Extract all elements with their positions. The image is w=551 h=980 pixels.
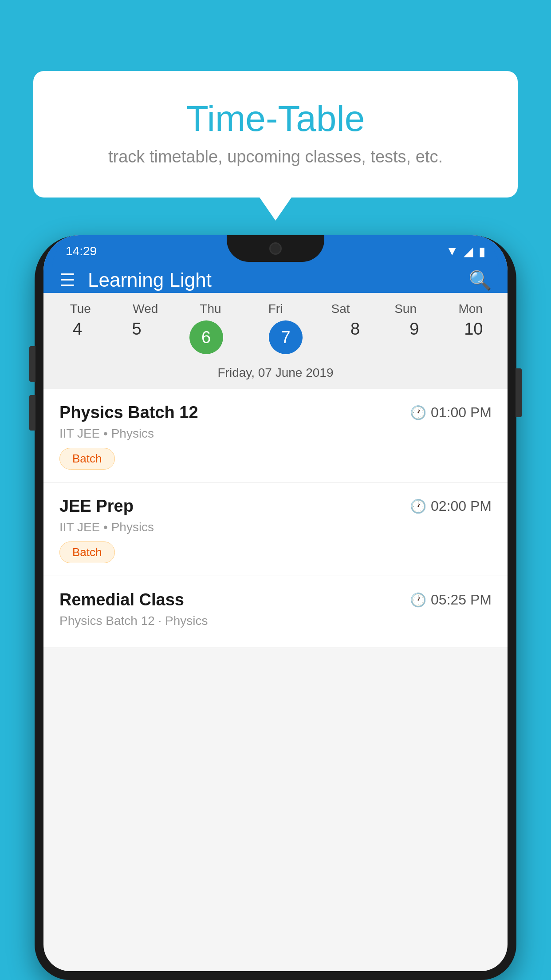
schedule-item-1-title: Physics Batch 12 (59, 403, 198, 422)
day-header-mon: Mon (441, 302, 500, 316)
schedule-list: Physics Batch 12 🕐 01:00 PM IIT JEE • Ph… (43, 389, 508, 648)
signal-icon: ◢ (464, 244, 473, 259)
day-header-sun: Sun (376, 302, 435, 316)
wifi-icon: ▼ (446, 244, 458, 258)
calendar-strip: Tue Wed Thu Fri Sat Sun Mon 4 5 6 7 8 9 … (43, 293, 508, 389)
day-header-fri: Fri (246, 302, 305, 316)
speech-bubble: Time-Table track timetable, upcoming cla… (33, 71, 518, 198)
phone-notch (227, 235, 324, 262)
schedule-item-1-header: Physics Batch 12 🕐 01:00 PM (59, 403, 492, 422)
schedule-item-2-time-value: 02:00 PM (431, 498, 492, 514)
schedule-item-3-header: Remedial Class 🕐 05:25 PM (59, 590, 492, 609)
clock-icon-1: 🕐 (410, 405, 426, 420)
schedule-item-3-title: Remedial Class (59, 590, 184, 609)
phone-frame: 14:29 ▼ ◢ ▮ ☰ Learning Light 🔍 Tue Wed T… (35, 235, 516, 980)
schedule-item-1[interactable]: Physics Batch 12 🕐 01:00 PM IIT JEE • Ph… (43, 389, 508, 482)
day-header-tue: Tue (51, 302, 110, 316)
status-time: 14:29 (66, 244, 97, 258)
schedule-item-1-time-value: 01:00 PM (431, 404, 492, 421)
batch-badge-1: Batch (59, 448, 115, 470)
schedule-item-1-subtitle: IIT JEE • Physics (59, 427, 492, 441)
day-6-today[interactable]: 6 (189, 320, 223, 354)
schedule-item-2[interactable]: JEE Prep 🕐 02:00 PM IIT JEE • Physics Ba… (43, 482, 508, 576)
clock-icon-2: 🕐 (410, 498, 426, 514)
schedule-item-3-time: 🕐 05:25 PM (410, 592, 492, 608)
day-header-sat: Sat (311, 302, 370, 316)
schedule-item-3[interactable]: Remedial Class 🕐 05:25 PM Physics Batch … (43, 576, 508, 648)
schedule-item-3-subtitle: Physics Batch 12 · Physics (59, 614, 492, 628)
speech-bubble-title: Time-Table (69, 98, 482, 139)
phone-screen: 14:29 ▼ ◢ ▮ ☰ Learning Light 🔍 Tue Wed T… (43, 235, 508, 971)
schedule-item-3-time-value: 05:25 PM (431, 592, 492, 608)
calendar-date-label: Friday, 07 June 2019 (48, 362, 503, 389)
day-header-thu: Thu (181, 302, 240, 316)
day-5[interactable]: 5 (107, 320, 166, 354)
schedule-item-2-header: JEE Prep 🕐 02:00 PM (59, 497, 492, 516)
day-headers: Tue Wed Thu Fri Sat Sun Mon (48, 302, 503, 320)
hamburger-icon[interactable]: ☰ (59, 271, 75, 289)
speech-bubble-subtitle: track timetable, upcoming classes, tests… (69, 147, 482, 166)
schedule-item-1-time: 🕐 01:00 PM (410, 404, 492, 421)
day-header-wed: Wed (116, 302, 175, 316)
power-button[interactable] (516, 368, 522, 417)
schedule-item-2-title: JEE Prep (59, 497, 134, 516)
schedule-item-2-subtitle: IIT JEE • Physics (59, 520, 492, 534)
batch-badge-2: Batch (59, 541, 115, 563)
day-10[interactable]: 10 (444, 320, 503, 354)
volume-up-button[interactable] (29, 346, 35, 382)
volume-down-button[interactable] (29, 395, 35, 431)
status-icons: ▼ ◢ ▮ (446, 244, 485, 259)
day-8[interactable]: 8 (326, 320, 385, 354)
clock-icon-3: 🕐 (410, 592, 426, 608)
day-4[interactable]: 4 (48, 320, 107, 354)
camera-lens (269, 242, 282, 255)
schedule-item-2-time: 🕐 02:00 PM (410, 498, 492, 514)
day-9[interactable]: 9 (385, 320, 444, 354)
app-title: Learning Light (88, 269, 468, 291)
battery-icon: ▮ (479, 244, 485, 259)
search-icon[interactable]: 🔍 (468, 269, 492, 291)
day-7-selected[interactable]: 7 (269, 320, 303, 354)
day-numbers: 4 5 6 7 8 9 10 (48, 320, 503, 362)
